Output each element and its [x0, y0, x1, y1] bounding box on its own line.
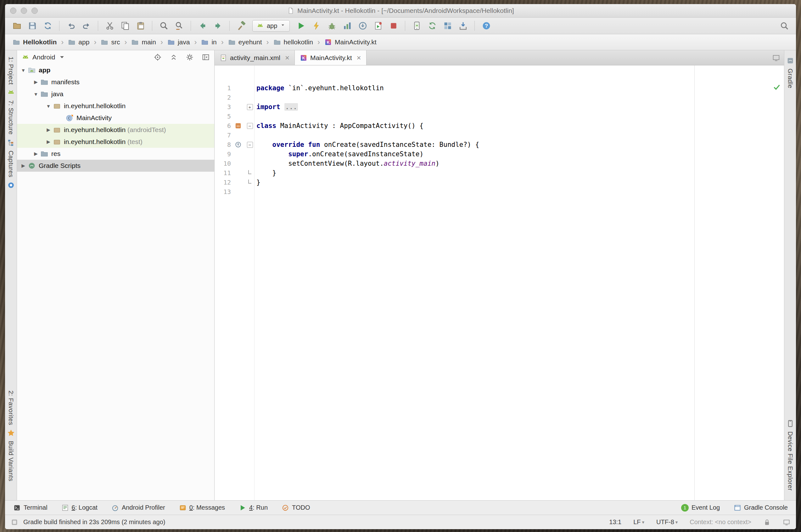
tree-item-manifests[interactable]: ▶manifests — [17, 76, 214, 88]
open-folder-button[interactable] — [10, 19, 24, 32]
tool-window-button-0-messages[interactable]: 0: Messages — [179, 504, 225, 512]
code-line-13[interactable]: 13 — [215, 187, 784, 196]
sdk-manager-button[interactable] — [456, 19, 470, 32]
breadcrumb-item-mainactivity-kt[interactable]: KMainActivity.kt — [324, 38, 377, 46]
code-text[interactable]: super.onCreate(savedInstanceState) — [254, 150, 784, 158]
code-line-1[interactable]: 1package `in`.eyehunt.hellokotlin — [215, 83, 784, 93]
replace-button[interactable] — [172, 19, 186, 32]
tree-item-java[interactable]: ▼java — [17, 88, 214, 100]
code-text[interactable]: package `in`.eyehunt.hellokotlin — [254, 84, 784, 92]
code-text[interactable]: } — [254, 178, 784, 186]
tool-window-button-4-run[interactable]: 4: Run — [239, 504, 268, 512]
copy-button[interactable] — [118, 19, 132, 32]
code-line-9[interactable]: 9 super.onCreate(savedInstanceState) — [215, 149, 784, 159]
code-text[interactable]: class MainActivity : AppCompatActivity()… — [254, 122, 784, 130]
close-tab-icon[interactable]: × — [285, 54, 290, 62]
code-line-5[interactable]: 5 — [215, 112, 784, 121]
build-hammer-button[interactable] — [235, 19, 248, 32]
tool-button-7-structure[interactable]: 7: Structure — [7, 100, 15, 135]
expand-arrow-icon[interactable]: ▶ — [32, 151, 40, 157]
breadcrumb-item-eyehunt[interactable]: eyehunt — [227, 38, 263, 46]
code-line-3[interactable]: 3+import ... — [215, 102, 784, 112]
tool-button-device-file-explorer[interactable]: Device File Explorer — [786, 431, 794, 491]
profiler-button[interactable] — [340, 19, 354, 32]
breadcrumb-item-src[interactable]: src — [100, 38, 120, 46]
paste-button[interactable] — [134, 19, 147, 32]
tool-window-switcher-icon[interactable] — [11, 518, 18, 526]
save-all-button[interactable] — [25, 19, 39, 32]
code-text[interactable]: import ... — [254, 103, 784, 111]
editor-options-button[interactable] — [772, 54, 780, 62]
minimize-button[interactable] — [21, 7, 27, 14]
fold-end-marker[interactable] — [248, 179, 252, 184]
search-everywhere-button[interactable] — [777, 19, 791, 32]
cut-button[interactable] — [103, 19, 116, 32]
sync-button[interactable] — [41, 19, 54, 32]
code-line-11[interactable]: 11 } — [215, 168, 784, 178]
code-line-2[interactable]: 2 — [215, 93, 784, 102]
tool-window-button-todo[interactable]: TODO — [282, 504, 310, 512]
code-editor[interactable]: 1package `in`.eyehunt.hellokotlin23+impo… — [215, 65, 784, 500]
expand-arrow-icon[interactable]: ▶ — [19, 163, 27, 169]
find-button[interactable] — [157, 19, 170, 32]
code-text[interactable]: override fun onCreate(savedInstanceState… — [254, 141, 784, 148]
project-structure-button[interactable] — [441, 19, 454, 32]
tree-item-res[interactable]: ▶res — [17, 148, 214, 160]
status-item-13-1[interactable]: 13:1 — [609, 518, 621, 526]
fold-expand-marker[interactable]: + — [247, 104, 253, 110]
gradle-sync-button[interactable] — [425, 19, 439, 32]
code-line-12[interactable]: 12} — [215, 178, 784, 187]
code-line-8[interactable]: 8− override fun onCreate(savedInstanceSt… — [215, 140, 784, 149]
tool-window-button-6-logcat[interactable]: 6: Logcat — [61, 504, 97, 512]
tab-activity-main-xml[interactable]: </>activity_main.xml× — [215, 50, 295, 65]
lock-icon[interactable] — [763, 518, 771, 526]
status-item-context-no-context[interactable]: Context: <no context> — [690, 518, 751, 526]
collapse-arrow-icon[interactable]: ▼ — [32, 92, 40, 97]
tool-button-2-favorites[interactable]: 2: Favorites — [7, 391, 15, 425]
tool-window-button-gradle-console[interactable]: Gradle Console — [734, 504, 788, 512]
code-line-7[interactable]: 7 — [215, 131, 784, 140]
breadcrumb-item-hellokotlin[interactable]: Hellokotlin — [12, 38, 57, 46]
override-icon[interactable] — [235, 141, 242, 148]
help-button[interactable]: ? — [480, 19, 493, 32]
nav-forward-button[interactable] — [211, 19, 225, 32]
avd-manager-button[interactable] — [410, 19, 424, 32]
expand-arrow-icon[interactable]: ▶ — [45, 127, 52, 133]
tree-item-mainactivity[interactable]: CMainActivity — [17, 112, 214, 124]
tool-window-button-android-profiler[interactable]: Android Profiler — [111, 504, 165, 512]
stop-button[interactable] — [387, 19, 400, 32]
status-item-utf-8[interactable]: UTF-8▾ — [656, 518, 678, 526]
code-line-10[interactable]: 10 setContentView(R.layout.activity_main… — [215, 159, 784, 168]
tree-item-gradle-scripts[interactable]: ▶Gradle Scripts — [17, 160, 214, 172]
attach-button[interactable] — [356, 19, 369, 32]
apply-changes-button[interactable] — [310, 19, 323, 32]
code-line-6[interactable]: 6<>−class MainActivity : AppCompatActivi… — [215, 121, 784, 131]
status-item-lf[interactable]: LF▾ — [633, 518, 644, 526]
nav-back-button[interactable] — [196, 19, 209, 32]
fold-collapse-marker[interactable]: − — [247, 142, 253, 148]
related-xml-icon[interactable]: <> — [235, 122, 242, 129]
code-text[interactable]: } — [254, 169, 784, 177]
breadcrumb-item-java[interactable]: java — [167, 38, 191, 46]
fold-end-marker[interactable] — [248, 170, 252, 174]
breadcrumb-item-hellokotlin[interactable]: hellokotlin — [273, 38, 314, 46]
tool-button-captures[interactable]: Captures — [7, 151, 15, 177]
undo-button[interactable] — [64, 19, 78, 32]
fold-collapse-marker[interactable]: − — [247, 123, 253, 129]
debug-button[interactable] — [325, 19, 338, 32]
redo-button[interactable] — [80, 19, 93, 32]
tab-mainactivity-kt[interactable]: KMainActivity.kt× — [295, 50, 367, 65]
tool-button-1-project[interactable]: 1: Project — [7, 57, 15, 84]
chevron-down-icon[interactable] — [58, 53, 66, 61]
breadcrumb-item-app[interactable]: app — [67, 38, 90, 46]
expand-arrow-icon[interactable]: ▶ — [32, 79, 40, 85]
close-button[interactable] — [10, 7, 16, 14]
breadcrumb-item-in[interactable]: in — [200, 38, 217, 46]
tool-window-button-event-log[interactable]: 1Event Log — [681, 504, 720, 512]
run-button[interactable] — [294, 19, 308, 32]
tool-button-gradle[interactable]: Gradle — [786, 69, 794, 88]
tree-item-app[interactable]: ▼app — [17, 64, 214, 76]
expand-arrow-icon[interactable]: ▶ — [45, 139, 52, 145]
close-tab-icon[interactable]: × — [357, 54, 361, 62]
project-view-selector[interactable]: Android — [32, 54, 55, 61]
